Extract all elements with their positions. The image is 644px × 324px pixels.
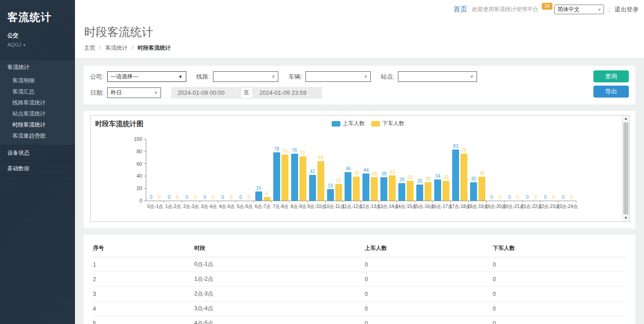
bar-value-label: 0	[247, 195, 250, 200]
table-cell: 0	[493, 287, 626, 301]
app-logo: 客流统计	[0, 0, 75, 24]
sidebar-item-station-stats[interactable]: 站点客流统计	[0, 108, 75, 119]
period-stats-table: 序号时段上车人数下车人数 10点-1点0021点-2点0032点-3点0043点…	[93, 240, 626, 324]
bar-value-label: 75	[282, 149, 288, 154]
bar-value-label: 42	[310, 169, 315, 174]
language-select[interactable]: 简体中文 ˅	[554, 5, 604, 14]
chart-bar: 64	[317, 161, 324, 201]
table-cell: 0	[365, 301, 493, 316]
legend-label: 上车人数	[343, 120, 365, 127]
scroll-down-icon[interactable]: ▼	[622, 215, 629, 221]
org-code-label: AQGJ	[7, 42, 21, 47]
bar-value-label: 0	[517, 195, 519, 200]
bar-value-label: 28	[399, 177, 404, 182]
date-range-separator: 至	[240, 87, 253, 98]
scroll-up-icon[interactable]: ▲	[622, 116, 629, 122]
vehicle-label: 车辆:	[288, 73, 302, 81]
chart-category: 0019点-20点	[487, 139, 505, 201]
sidebar-item-line-stats[interactable]: 线路客流统计	[0, 97, 75, 108]
vehicle-select[interactable]: ˅	[305, 71, 371, 82]
company-select[interactable]: ---请选择--- ▼	[107, 71, 186, 82]
chart-bar: 42	[309, 175, 316, 201]
chart-scrollbar[interactable]: ▲ ▼	[622, 116, 629, 221]
date-to-input[interactable]: 2024-01-09 23:59	[253, 87, 322, 98]
bar-value-label: 38	[381, 171, 386, 176]
query-button[interactable]: 查询	[593, 70, 629, 82]
bar-value-label: 0	[230, 195, 233, 200]
bar-value-label: 0	[186, 195, 189, 200]
main-area: 首页 欢迎使用客流统计管理平台 34 简体中文 ˅ | 退出登录 时段客流统计 …	[75, 0, 644, 324]
chart-category: 463911点-12点	[343, 139, 361, 201]
y-axis-tick: 40	[137, 173, 146, 179]
date-preset-select[interactable]: 昨日 ˅	[107, 87, 161, 98]
home-link[interactable]: 首页	[454, 5, 467, 14]
filter-row-2: 日期: 昨日 ˅ 2024-01-09 00:00 至 2024-01-09 2…	[90, 87, 629, 98]
chart-bar: 46	[345, 172, 351, 201]
bar-value-label: 83	[453, 144, 458, 149]
breadcrumb-section[interactable]: 客流统计	[105, 45, 127, 51]
bar-value-label: 0	[204, 195, 207, 200]
chart-category: 443812点-13点	[361, 139, 379, 201]
chart-category: 000点-1点	[146, 139, 164, 201]
station-select[interactable]: ˅	[398, 71, 477, 82]
sidebar-item-passenger-stats[interactable]: 客流统计	[0, 60, 75, 75]
bar-value-label: 0	[150, 195, 153, 200]
chart-bar: 26	[416, 185, 423, 201]
bar-value-label: 76	[292, 148, 297, 153]
chevron-down-icon: ˅	[598, 7, 601, 12]
station-label: 站点:	[381, 73, 395, 81]
table-cell: 0	[365, 257, 493, 272]
y-axis-tick: 0	[139, 198, 146, 203]
legend-swatch-icon	[371, 121, 380, 127]
table-cell: 5	[93, 316, 194, 324]
table-cell: 1点-2点	[194, 272, 365, 287]
scrollbar-thumb[interactable]	[623, 122, 628, 214]
table-cell: 0	[493, 257, 626, 272]
chart-plot: 000点-1点001点-2点002点-3点003点-4点004点-5点005点-…	[146, 139, 576, 201]
line-select[interactable]: ˅	[213, 71, 278, 82]
page-title: 时段客流统计	[84, 24, 644, 40]
date-from-input[interactable]: 2024-01-09 00:00	[171, 87, 240, 98]
chevron-down-icon: ˅	[155, 90, 157, 95]
topbar: 首页 欢迎使用客流统计管理平台 34 简体中文 ˅ | 退出登录	[75, 0, 644, 19]
breadcrumb-separator: /	[132, 45, 133, 51]
chart-bar: 28	[398, 183, 405, 201]
sidebar-item-passenger-summary[interactable]: 客流汇总	[0, 86, 75, 97]
table-cell: 0	[365, 272, 493, 287]
org-selector[interactable]: AQGJ▼	[0, 40, 75, 47]
breadcrumb-home[interactable]: 主页	[84, 45, 95, 51]
sidebar-item-device-status[interactable]: 设备状态	[0, 145, 75, 160]
sidebar-item-period-stats[interactable]: 时段客流统计	[0, 119, 75, 130]
sidebar-item-passenger-detail[interactable]: 客流明细	[0, 75, 75, 86]
bar-value-label: 34	[435, 174, 440, 179]
sidebar-item-base-data[interactable]: 基础数据	[0, 161, 75, 176]
bar-value-label: 19	[328, 183, 333, 188]
chart-category: 0020点-21点	[505, 139, 523, 201]
logout-link[interactable]: 退出登录	[615, 6, 638, 14]
x-axis-label: 4点-5点	[219, 203, 235, 210]
sidebar-item-trend-chart[interactable]: 客流量趋势图	[0, 130, 75, 141]
table-cell: 2	[93, 272, 194, 287]
chart-category: 002点-3点	[182, 139, 200, 201]
chart-bar: 76	[291, 154, 298, 201]
chart-category: 192710点-11点	[326, 139, 344, 201]
filter-panel: 公司: ---请选择--- ▼ 线路: ˅ 车辆: ˅ 站点:	[84, 66, 635, 104]
export-button[interactable]: 导出	[593, 86, 629, 98]
bar-value-label: 78	[274, 146, 279, 151]
table-row: 54点-5点00	[93, 316, 626, 324]
date-label: 日期:	[90, 89, 104, 97]
chart-category: 263015点-16点	[415, 139, 433, 201]
notification-badge[interactable]: 34	[542, 3, 552, 10]
bar-value-label: 0	[490, 195, 493, 200]
chart-category: 0022点-23点	[540, 139, 558, 201]
date-preset-value: 昨日	[111, 89, 122, 97]
y-axis-tick: 100	[134, 136, 146, 142]
chart-bar: 72	[299, 156, 306, 201]
chart-bar: 44	[362, 174, 369, 201]
legend-item[interactable]: 下车人数	[371, 120, 404, 127]
table-cell: 0	[493, 301, 626, 316]
legend-label: 下车人数	[382, 120, 404, 127]
bar-value-label: 0	[222, 195, 224, 200]
table-row: 32点-3点00	[93, 287, 626, 301]
legend-item[interactable]: 上车人数	[332, 120, 365, 127]
